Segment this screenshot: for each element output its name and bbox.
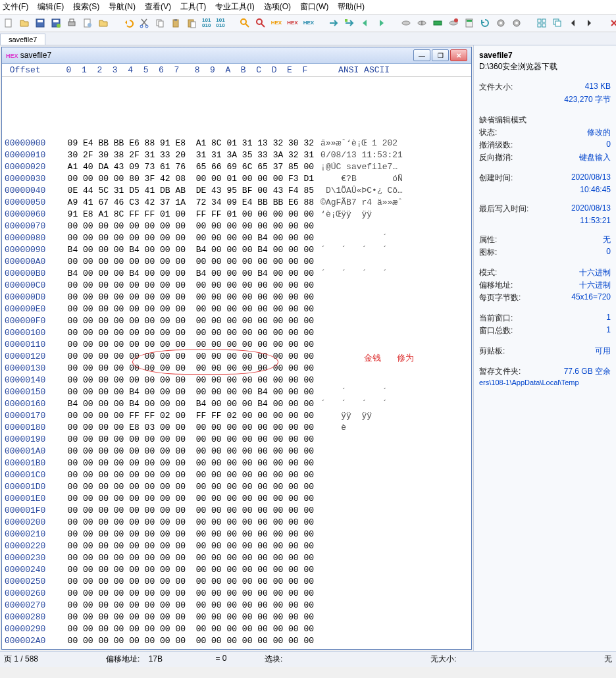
help-icon[interactable]: [608, 16, 616, 30]
hex-row[interactable]: 00000060 91 E8 A1 8C FF FF 01 00 FF FF 0…: [5, 209, 469, 221]
hex-row[interactable]: 00000230 00 00 00 00 00 00 00 00 00 00 0…: [5, 552, 469, 564]
hex-row[interactable]: 00000090 B4 00 00 00 B4 00 00 00 B4 00 0…: [5, 244, 469, 256]
hex-row[interactable]: 00000200 00 00 00 00 00 00 00 00 00 00 0…: [5, 517, 469, 529]
clipboard-icon[interactable]: [170, 16, 182, 30]
hex-row[interactable]: 00000190 00 00 00 00 00 00 00 00 00 00 0…: [5, 434, 469, 446]
hex-row[interactable]: 00000030 00 00 00 00 80 3F 42 08 00 00 0…: [5, 173, 469, 185]
hex-row[interactable]: 00000100 00 00 00 00 00 00 00 00 00 00 0…: [5, 327, 469, 339]
hex-row[interactable]: 00000010 30 2F 30 38 2F 31 33 20 31 31 3…: [5, 149, 469, 161]
attr-value: 无: [603, 234, 611, 246]
open-icon[interactable]: [18, 16, 30, 30]
menu-item[interactable]: 选项(O): [264, 1, 291, 13]
menu-item[interactable]: 搜索(S): [73, 1, 99, 13]
hex-row[interactable]: 00000180 00 00 00 00 E8 03 00 00 00 00 0…: [5, 422, 469, 434]
hex-row[interactable]: 00000220 00 00 00 00 00 00 00 00 00 00 0…: [5, 540, 469, 552]
hex-row[interactable]: 000000C0 00 00 00 00 00 00 00 00 00 00 0…: [5, 280, 469, 292]
prev-page-icon[interactable]: [567, 16, 579, 30]
menu-item[interactable]: 工具(T): [180, 1, 206, 13]
hex-row[interactable]: 000001A0 00 00 00 00 00 00 00 00 00 00 0…: [5, 446, 469, 457]
gear-icon[interactable]: [495, 16, 507, 30]
window-tile-icon[interactable]: [536, 16, 548, 30]
hex-row[interactable]: 00000150 00 00 00 00 B4 00 00 00 00 00 0…: [5, 386, 469, 398]
hex-row[interactable]: 000001B0 00 00 00 00 00 00 00 00 00 00 0…: [5, 457, 469, 469]
hex-row[interactable]: 000000F0 00 00 00 00 00 00 00 00 00 00 0…: [5, 315, 469, 327]
file-tab[interactable]: savefile7: [0, 34, 45, 45]
hex-row[interactable]: 000001D0 00 00 00 00 00 00 00 00 00 00 0…: [5, 481, 469, 493]
find-text-icon[interactable]: HEX: [303, 16, 315, 30]
hex-row[interactable]: 00000140 00 00 00 00 00 00 00 00 00 00 0…: [5, 375, 469, 386]
hex-body[interactable]: 00000000 09 E4 BB BB E6 88 91 E8 A1 8C 0…: [2, 77, 471, 649]
disk-write-icon[interactable]: [448, 16, 459, 30]
refresh-icon[interactable]: [479, 16, 491, 30]
hex-row[interactable]: 000002A0 00 00 00 00 00 00 00 00 00 00 0…: [5, 635, 469, 647]
hex-row[interactable]: 00000080 00 00 00 00 00 00 00 00 00 00 0…: [5, 232, 469, 244]
hex-101b-icon[interactable]: 101010: [215, 16, 225, 30]
hex-row[interactable]: 00000040 0E 44 5C 31 D5 41 DB AB DE 43 9…: [5, 185, 469, 197]
forward-icon[interactable]: [375, 16, 387, 30]
hex-row[interactable]: 00000160 B4 00 00 00 B4 00 00 00 B4 00 0…: [5, 398, 469, 410]
copy-icon[interactable]: [154, 16, 166, 30]
close-button[interactable]: ✕: [450, 49, 467, 61]
info-panel: savefile7 D:\360安全浏览器下载 文件大小:413 KB 423,…: [473, 45, 616, 651]
hex-row[interactable]: 00000020 A1 40 DA 43 09 73 61 76 65 66 6…: [5, 161, 469, 173]
hex-row[interactable]: 00000270 00 00 00 00 00 00 00 00 00 00 0…: [5, 600, 469, 612]
folder-icon[interactable]: [97, 16, 109, 30]
hex-row[interactable]: 000002B0 00 00 00 00 00 00 00 00 00 00 0…: [5, 647, 469, 649]
hex-row[interactable]: 00000290 00 00 00 00 00 00 00 00 00 00 0…: [5, 623, 469, 635]
svg-point-9: [88, 23, 91, 27]
properties-icon[interactable]: [82, 16, 93, 30]
hex-row[interactable]: 00000070 00 00 00 00 00 00 00 00 00 00 0…: [5, 221, 469, 232]
menu-item[interactable]: 文件(F): [3, 1, 28, 13]
hex-row[interactable]: 000001C0 00 00 00 00 00 00 00 00 00 00 0…: [5, 469, 469, 481]
ram-icon[interactable]: [432, 16, 444, 30]
hex-row[interactable]: 000000D0 00 00 00 00 00 00 00 00 00 00 0…: [5, 292, 469, 303]
paste-icon[interactable]: [186, 16, 197, 30]
file-tabstrip: savefile7: [0, 32, 616, 45]
menu-item[interactable]: 专业工具(I): [215, 1, 254, 13]
mode-value: 十六进制: [579, 267, 611, 278]
cut-icon[interactable]: [138, 16, 150, 30]
save-icon[interactable]: [34, 16, 46, 30]
undo-icon[interactable]: [122, 16, 134, 30]
window-cascade-icon[interactable]: [552, 16, 563, 30]
hex-101-icon[interactable]: 101010: [201, 16, 211, 30]
hex-row[interactable]: 000001E0 00 00 00 00 00 00 00 00 00 00 0…: [5, 493, 469, 505]
new-icon[interactable]: [3, 16, 14, 30]
find-icon[interactable]: [239, 16, 251, 30]
menu-item[interactable]: 查看(V): [145, 1, 171, 13]
hex-row[interactable]: 000000E0 00 00 00 00 00 00 00 00 00 00 0…: [5, 303, 469, 315]
findnext-icon[interactable]: [255, 16, 267, 30]
print-icon[interactable]: [66, 16, 78, 30]
hex-row[interactable]: 00000110 00 00 00 00 00 00 00 00 00 00 0…: [5, 339, 469, 351]
hex-row[interactable]: 00000170 00 00 00 00 FF FF 02 00 FF FF 0…: [5, 410, 469, 422]
disk-sector-icon[interactable]: [416, 16, 428, 30]
hex-row[interactable]: 00000260 00 00 00 00 00 00 00 00 00 00 0…: [5, 588, 469, 600]
hex-row[interactable]: 00000210 00 00 00 00 00 00 00 00 00 00 0…: [5, 529, 469, 540]
next-page-icon[interactable]: [583, 16, 595, 30]
svg-rect-33: [542, 19, 546, 22]
hex-row[interactable]: 00000050 A9 41 67 46 C3 42 37 1A 72 34 0…: [5, 197, 469, 209]
minimize-button[interactable]: —: [413, 49, 430, 61]
hex-row[interactable]: 000001F0 00 00 00 00 00 00 00 00 00 00 0…: [5, 505, 469, 517]
hex-row[interactable]: 00000130 00 00 00 00 00 00 00 00 00 00 0…: [5, 363, 469, 375]
saveas-icon[interactable]: [50, 16, 62, 30]
menu-item[interactable]: 窗口(W): [300, 1, 328, 13]
menu-item[interactable]: 帮助(H): [338, 1, 365, 13]
replace-hex-icon[interactable]: HEX: [286, 16, 298, 30]
maximize-button[interactable]: ❐: [432, 49, 449, 61]
gear2-icon[interactable]: [511, 16, 523, 30]
hex-row[interactable]: 000000B0 B4 00 00 00 B4 00 00 00 B4 00 0…: [5, 268, 469, 280]
hex-row[interactable]: 00000000 09 E4 BB BB E6 88 91 E8 A1 8C 0…: [5, 138, 469, 149]
menu-item[interactable]: 导航(N): [109, 1, 136, 13]
back-icon[interactable]: [359, 16, 371, 30]
goto-icon[interactable]: [328, 16, 340, 30]
hex-row[interactable]: 00000280 00 00 00 00 00 00 00 00 00 00 0…: [5, 612, 469, 623]
hex-row[interactable]: 000000A0 00 00 00 00 00 00 00 00 00 00 0…: [5, 256, 469, 268]
disk-icon[interactable]: [400, 16, 412, 30]
hex-row[interactable]: 00000250 00 00 00 00 00 00 00 00 00 00 0…: [5, 576, 469, 588]
goto-offset-icon[interactable]: [344, 16, 355, 30]
hex-row[interactable]: 00000240 00 00 00 00 00 00 00 00 00 00 0…: [5, 564, 469, 576]
find-hex-icon[interactable]: HEX: [270, 16, 282, 30]
menu-item[interactable]: 编辑(E): [38, 1, 64, 13]
calc-icon[interactable]: [463, 16, 475, 30]
